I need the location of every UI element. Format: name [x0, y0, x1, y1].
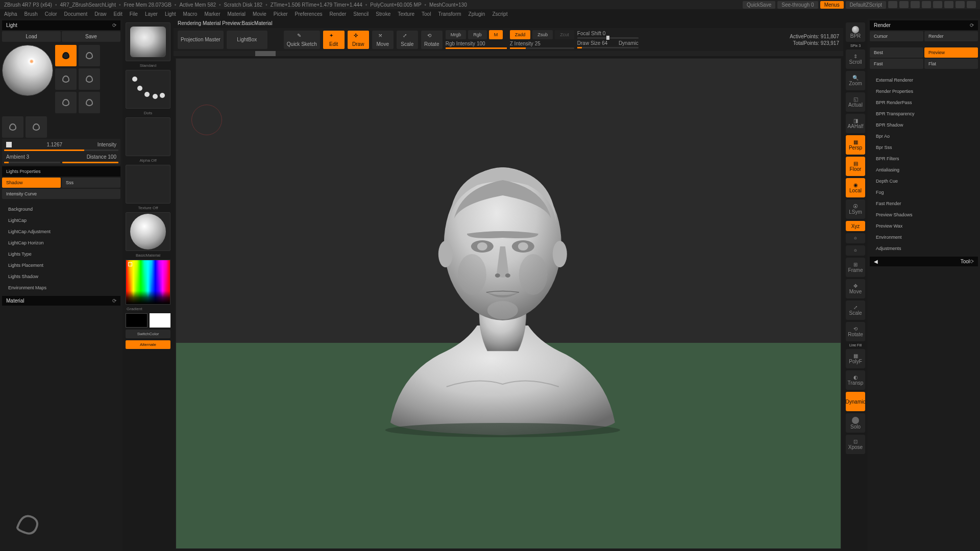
section-fast-render[interactable]: Fast Render — [870, 198, 978, 209]
section-background[interactable]: Background — [2, 204, 120, 214]
zoom-button[interactable]: 🔍Zoom — [846, 71, 865, 90]
solo-button[interactable]: Solo — [846, 413, 865, 433]
section-environment-maps[interactable]: Environment Maps — [2, 283, 120, 293]
menu-item[interactable]: Material — [228, 11, 246, 17]
section-antialiasing[interactable]: Antialiasing — [870, 165, 978, 175]
lights-properties-header[interactable]: Lights Properties — [2, 166, 120, 177]
shelf-scrollbar[interactable] — [174, 51, 843, 56]
section-bpr-shadow[interactable]: BPR Shadow — [870, 120, 978, 130]
zadd-button[interactable]: Zadd — [510, 30, 531, 39]
color-picker[interactable] — [126, 260, 170, 305]
menu-item[interactable]: Stencil — [353, 11, 369, 17]
tool-panel-header[interactable]: ◀ Tool ⟳ — [870, 257, 978, 266]
section-bpr-sss[interactable]: Bpr Sss — [870, 142, 978, 153]
ambient-slider[interactable] — [4, 162, 60, 163]
intensity-curve-button[interactable]: Intensity Curve — [2, 189, 120, 199]
bpr-render-button[interactable]: BPR — [846, 22, 865, 42]
section-bpr-filters[interactable]: BPR Filters — [870, 154, 978, 164]
section-lights-type[interactable]: Lights Type — [2, 249, 120, 259]
light-5-toggle[interactable] — [55, 92, 77, 113]
sss-toggle[interactable]: Sss — [62, 178, 120, 188]
rotate-view-button[interactable]: ⟲Rotate — [846, 322, 865, 341]
primary-color-swatch[interactable] — [150, 313, 170, 328]
z-intensity-slider[interactable]: Z Intensity 25 — [510, 41, 574, 49]
move-mode-button[interactable]: ⤧Move — [372, 31, 394, 49]
menu-item[interactable]: Tool — [422, 11, 431, 17]
maximize-icon[interactable] — [955, 1, 965, 8]
section-lights-shadow[interactable]: Lights Shadow — [2, 271, 120, 282]
menu-item[interactable]: Texture — [398, 11, 414, 17]
menu-item[interactable]: File — [130, 11, 138, 17]
section-fog[interactable]: Fog — [870, 187, 978, 197]
window-icon[interactable] — [933, 1, 942, 8]
light-3-toggle[interactable] — [55, 68, 77, 90]
lightbox-button[interactable]: LightBox — [227, 31, 267, 49]
section-bpr-transparency[interactable]: BPR Transparency — [870, 109, 978, 119]
light-direction-sphere[interactable] — [2, 45, 53, 96]
menu-item[interactable]: Document — [64, 11, 88, 17]
load-button[interactable]: Load — [2, 31, 61, 42]
save-button[interactable]: Save — [62, 31, 120, 42]
secondary-color-swatch[interactable] — [126, 313, 148, 328]
material-thumbnail[interactable] — [126, 212, 170, 251]
menu-item[interactable]: Stroke — [376, 11, 390, 17]
section-lightcap-adjustment[interactable]: LightCap Adjustment — [2, 227, 120, 237]
cam-z-button[interactable]: ⊙ — [846, 245, 865, 256]
brush-thumbnail[interactable] — [126, 22, 170, 61]
light-1-toggle[interactable] — [55, 45, 77, 66]
section-external-renderer[interactable]: External Renderer — [870, 75, 978, 85]
aahalf-button[interactable]: ◨AAHalf — [846, 114, 865, 133]
lsym-button[interactable]: ⦿LSym — [846, 199, 865, 219]
menu-item[interactable]: Picker — [274, 11, 288, 17]
sculpt-model[interactable] — [360, 147, 646, 443]
edit-mode-button[interactable]: ✦Edit — [323, 31, 345, 49]
rgb-intensity-slider[interactable]: Rgb Intensity 100 — [446, 41, 507, 49]
flat-render-button[interactable]: Flat — [924, 59, 978, 69]
menu-item[interactable]: Edit — [114, 11, 122, 17]
section-environment[interactable]: Environment — [870, 232, 978, 242]
rgb-button[interactable]: Rgb — [468, 30, 487, 39]
section-lightcap-horizon[interactable]: LightCap Horizon — [2, 238, 120, 248]
menu-item[interactable]: Movie — [253, 11, 266, 17]
menu-item[interactable]: Color — [45, 11, 57, 17]
section-lightcap[interactable]: LightCap — [2, 215, 120, 226]
move-view-button[interactable]: ✥Move — [846, 279, 865, 298]
light-color-swatch[interactable] — [6, 142, 12, 147]
light-4-toggle[interactable] — [79, 68, 100, 90]
window-icon[interactable] — [922, 1, 931, 8]
close-icon[interactable] — [967, 1, 976, 8]
section-preview-shadows[interactable]: Preview Shadows — [870, 210, 978, 220]
light-6-toggle[interactable] — [79, 92, 100, 113]
section-bpr-ao[interactable]: Bpr Ao — [870, 131, 978, 141]
menu-item[interactable]: Layer — [145, 11, 158, 17]
mrgb-button[interactable]: Mrgb — [446, 30, 467, 39]
menu-item[interactable]: Light — [165, 11, 176, 17]
window-icon[interactable] — [911, 1, 920, 8]
actual-button[interactable]: ◱Actual — [846, 92, 865, 112]
scale-view-button[interactable]: ⤢Scale — [846, 300, 865, 320]
focal-shift-slider[interactable]: Focal Shift 0 — [577, 31, 639, 39]
cursor-button[interactable]: Cursor — [870, 31, 923, 41]
shadow-toggle[interactable]: Shadow — [2, 178, 61, 188]
window-icon[interactable] — [899, 1, 909, 8]
reload-icon[interactable]: ⟳ — [970, 259, 974, 264]
render-panel-header[interactable]: Render ⟳ — [870, 20, 978, 30]
local-button[interactable]: ◉Local — [846, 178, 865, 197]
zcut-button[interactable]: Zcut — [555, 30, 574, 39]
menu-item[interactable]: Alpha — [4, 11, 17, 17]
frame-button[interactable]: ⊞Frame — [846, 258, 865, 277]
persp-button[interactable]: ▦Persp — [846, 135, 865, 155]
scale-mode-button[interactable]: ⤢Scale — [397, 31, 418, 49]
section-preview-wax[interactable]: Preview Wax — [870, 221, 978, 231]
scroll-button[interactable]: ⇕Scroll — [846, 49, 865, 69]
render-button[interactable]: Render — [924, 31, 978, 41]
polyf-button[interactable]: ▦PolyF — [846, 349, 865, 368]
window-icon[interactable] — [888, 1, 897, 8]
light-7-toggle[interactable] — [2, 116, 23, 138]
best-render-button[interactable]: Best — [870, 47, 923, 58]
alternate-button[interactable]: Alternate — [126, 340, 170, 349]
menu-item[interactable]: Macro — [183, 11, 198, 17]
light-8-toggle[interactable] — [26, 116, 47, 138]
menu-item[interactable]: Preferences — [295, 11, 323, 17]
m-button[interactable]: M — [489, 30, 503, 39]
